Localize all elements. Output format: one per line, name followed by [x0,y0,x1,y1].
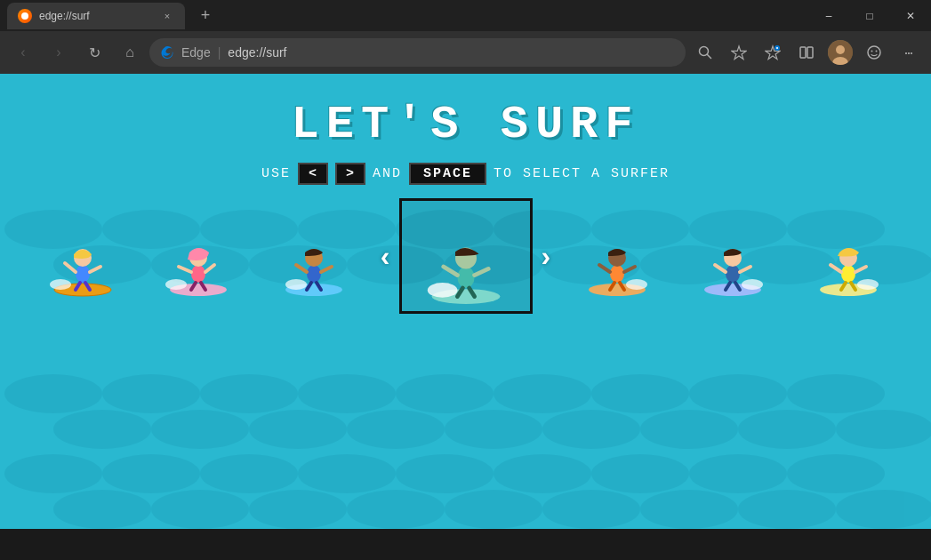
svg-point-8 [868,46,880,59]
surfer-yellow-boy [813,212,884,300]
address-brand: Edge [181,45,211,60]
toolbar-icons: ··· [689,36,924,68]
svg-point-65 [836,490,931,529]
svg-line-104 [624,267,635,272]
edge-browser-icon [160,45,174,60]
svg-point-85 [307,265,321,283]
svg-line-103 [599,265,610,272]
svg-point-61 [445,490,542,529]
surfer-slot-4-selected[interactable] [399,198,533,314]
svg-point-68 [50,279,71,290]
svg-line-120 [855,267,866,272]
svg-line-1 [708,55,711,59]
collections-icon[interactable] [757,36,789,68]
svg-point-33 [298,374,396,413]
left-key-badge[interactable]: < [298,163,328,185]
split-screen-icon[interactable] [791,36,823,68]
game-area: LET'S SURF USE < > AND SPACE TO SELECT A… [0,74,931,529]
svg-point-34 [396,374,494,413]
svg-point-64 [738,490,836,529]
surfer-orange-shirt [582,212,653,300]
new-tab-button[interactable]: + [192,3,219,29]
svg-point-58 [151,490,249,529]
instruction-and: AND [373,166,402,181]
surfer-slot-7[interactable] [791,203,906,309]
instruction-use: USE [261,166,291,181]
minimize-button[interactable]: – [808,0,849,31]
svg-line-88 [321,267,332,272]
address-url: edge://surf [228,45,675,60]
svg-point-35 [494,374,591,413]
svg-point-52 [396,454,494,493]
maximize-button[interactable]: □ [849,0,890,31]
svg-point-48 [4,454,102,493]
svg-point-92 [427,283,457,298]
right-key-badge[interactable]: > [335,163,365,185]
surfer-blue-shirt-girl [278,212,349,300]
svg-point-108 [742,279,763,290]
prev-surfer-button[interactable]: ‹ [372,240,399,273]
svg-line-95 [443,267,457,276]
svg-rect-4 [807,47,813,58]
favorites-icon[interactable] [723,36,755,68]
svg-point-30 [4,374,102,413]
refresh-button[interactable]: ↻ [78,36,110,68]
surfer-slot-6[interactable] [675,203,791,309]
svg-point-44 [542,410,640,449]
search-icon[interactable] [689,36,721,68]
svg-point-37 [689,374,787,413]
svg-point-63 [640,490,738,529]
svg-point-32 [200,374,298,413]
surfer-blonde-girl [47,212,118,300]
close-button[interactable]: ✕ [890,0,931,31]
svg-line-72 [90,267,100,272]
svg-point-51 [298,454,396,493]
address-bar[interactable]: Edge | edge://surf [149,38,686,67]
surfer-pink-hair [163,212,234,300]
profile-avatar[interactable] [824,36,856,68]
space-key-badge[interactable]: SPACE [409,163,486,185]
surfer-blue-boy [697,212,768,300]
tab-favicon [18,9,32,23]
svg-line-119 [831,265,841,272]
tab-close-button[interactable]: × [160,9,174,23]
active-tab[interactable]: edge://surf × [7,3,185,29]
surfer-slot-3[interactable] [256,203,372,309]
svg-point-39 [53,410,151,449]
svg-point-46 [738,410,836,449]
svg-point-6 [836,45,845,54]
svg-point-84 [285,279,307,290]
browser-window: edge://surf × + – □ ✕ ‹ › ↻ ⌂ Edge | edg… [0,0,931,529]
forward-button[interactable]: › [43,36,75,68]
surfer-slot-1[interactable] [25,203,140,309]
window-controls: – □ ✕ [808,0,931,31]
svg-point-57 [53,490,151,529]
svg-point-69 [76,265,90,283]
svg-point-47 [836,410,931,449]
svg-point-10 [876,51,878,52]
surfers-selection-row: ‹ › [0,198,931,314]
surfer-slot-5[interactable] [559,203,675,309]
surfer-slot-2[interactable] [140,203,256,309]
surfer-teal-selected [421,203,510,309]
svg-line-80 [205,265,214,272]
instruction-suffix: TO SELECT A SURFER [494,166,670,181]
emoji-icon[interactable] [858,36,890,68]
svg-rect-3 [800,47,806,58]
back-button[interactable]: ‹ [7,36,39,68]
svg-point-76 [165,279,187,290]
next-surfer-button[interactable]: › [533,240,560,273]
svg-point-54 [591,454,689,493]
instruction-row: USE < > AND SPACE TO SELECT A SURFER [0,163,931,185]
svg-point-31 [102,374,200,413]
svg-point-117 [841,265,855,283]
svg-point-93 [457,267,474,288]
svg-point-77 [191,265,205,283]
svg-point-50 [200,454,298,493]
svg-point-36 [591,374,689,413]
svg-line-111 [715,265,726,272]
home-button[interactable]: ⌂ [114,36,146,68]
more-options-icon[interactable]: ··· [892,36,924,68]
svg-point-59 [249,490,347,529]
svg-point-38 [787,374,885,413]
